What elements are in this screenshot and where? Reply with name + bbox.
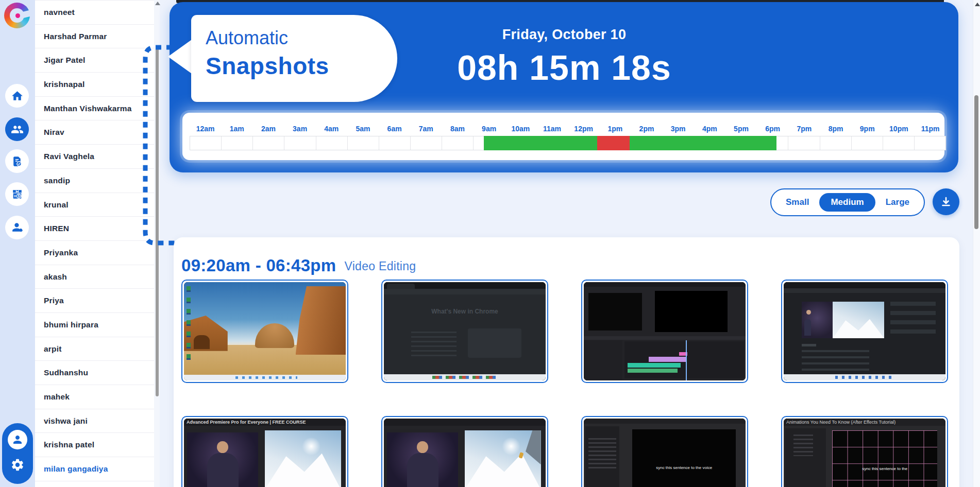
activity-segment-active bbox=[484, 136, 597, 150]
art-layer bbox=[465, 430, 541, 487]
add-user-icon[interactable] bbox=[5, 216, 29, 239]
art-layer bbox=[184, 426, 346, 429]
size-option-large[interactable]: Large bbox=[876, 193, 919, 212]
hour-label: 5am bbox=[347, 125, 379, 134]
thumbnail-art-ae-grid: Animations You Need To Know (After Effec… bbox=[784, 419, 945, 487]
thumbnail-art-premiere-timeline bbox=[584, 282, 746, 380]
art-layer bbox=[804, 319, 811, 336]
user-list-item[interactable]: Sudhanshu bbox=[35, 361, 155, 385]
icon-rail: $ bbox=[0, 0, 35, 487]
user-list-item[interactable]: bhumi hirpara bbox=[35, 313, 155, 337]
team-icon[interactable] bbox=[5, 117, 29, 141]
art-layer bbox=[833, 302, 884, 338]
size-option-small[interactable]: Small bbox=[776, 193, 818, 212]
art-layer bbox=[184, 375, 346, 380]
thumbnail-art-browser-dark: What's New in Chrome bbox=[384, 282, 546, 380]
thumbnail-art-premiere-preview-snow: Advanced Premiere Pro for Everyone | FRE… bbox=[184, 419, 346, 487]
hour-label: 12pm bbox=[568, 125, 599, 134]
art-layer bbox=[802, 350, 870, 375]
user-list-item[interactable]: Ravi Vaghela bbox=[35, 145, 155, 169]
user-list-item[interactable]: HIREN bbox=[35, 217, 155, 241]
art-layer bbox=[384, 282, 546, 380]
user-list-item[interactable]: krunal bbox=[35, 193, 155, 217]
user-list-item[interactable]: navneet bbox=[35, 1, 155, 25]
user-list-item[interactable]: sandip bbox=[35, 169, 155, 193]
user-list-item[interactable]: vishwa jani bbox=[35, 409, 155, 433]
page-scrollbar[interactable] bbox=[973, 0, 980, 487]
snapshot-thumbnail-8[interactable]: Animations You Need To Know (After Effec… bbox=[781, 416, 948, 487]
user-list-item[interactable]: Priyanka bbox=[35, 241, 155, 265]
thumbnail-art-youtube-video bbox=[784, 282, 945, 380]
art-layer bbox=[468, 328, 521, 358]
art-layer bbox=[217, 441, 228, 454]
hour-label: 11pm bbox=[915, 125, 946, 134]
snapshot-thumbnail-3[interactable] bbox=[581, 280, 748, 383]
art-layer bbox=[187, 286, 191, 363]
snapshot-thumbnail-7[interactable]: sync this sentence to the voice bbox=[581, 416, 748, 487]
hour-label: 8pm bbox=[820, 125, 851, 134]
art-layer bbox=[802, 302, 884, 338]
user-list-scrollbar-thumb[interactable] bbox=[156, 45, 159, 396]
user-list-item[interactable]: Jigar Patel bbox=[35, 48, 155, 73]
hour-label: 5pm bbox=[725, 125, 757, 134]
user-list-item[interactable]: akash bbox=[35, 265, 155, 289]
art-layer: Advanced Premiere Pro for Everyone | FRE… bbox=[184, 419, 346, 426]
user-list-item[interactable]: krishna patel bbox=[35, 433, 155, 457]
snapshot-thumbnail-2[interactable]: What's New in Chrome bbox=[381, 280, 548, 383]
badge-line2: Snapshots bbox=[206, 52, 397, 80]
user-list-item[interactable]: milan gangadiya bbox=[35, 457, 155, 481]
art-layer bbox=[588, 293, 642, 331]
art-layer bbox=[384, 289, 546, 294]
thumbnail-art-desktop-desert bbox=[184, 282, 346, 380]
user-list: navneetHarshad ParmarJigar Patelkrishnap… bbox=[35, 0, 155, 487]
thumbnail-art-ae-black-comp: sync this sentence to the voice bbox=[584, 419, 746, 487]
hour-label: 9pm bbox=[852, 125, 883, 134]
badge-line1: Automatic bbox=[206, 27, 397, 49]
art-layer bbox=[584, 340, 622, 380]
page-scrollbar-thumb[interactable] bbox=[974, 95, 978, 229]
snapshot-thumbnail-6[interactable] bbox=[381, 416, 548, 487]
products-icon[interactable]: $ bbox=[5, 182, 29, 206]
art-layer bbox=[407, 453, 438, 487]
art-layer bbox=[384, 419, 546, 426]
session-title: 09:20am - 06:43pmVideo Editing bbox=[181, 256, 416, 275]
download-button[interactable] bbox=[933, 188, 959, 215]
user-list-item[interactable]: Nirav bbox=[35, 120, 155, 145]
hour-label: 10pm bbox=[883, 125, 915, 134]
hour-label: 3pm bbox=[663, 125, 694, 134]
profile-icon[interactable] bbox=[8, 430, 27, 449]
user-list-item[interactable]: Manthan Vishwakarma bbox=[35, 97, 155, 121]
bubble-pointer bbox=[168, 40, 192, 74]
user-list-item[interactable]: Harshad Parmar bbox=[35, 25, 155, 49]
app-logo-dot bbox=[15, 13, 20, 18]
art-layer bbox=[584, 282, 746, 287]
session-time-range: 09:20am - 06:43pm bbox=[181, 256, 336, 275]
activity-segment-idle bbox=[597, 136, 630, 150]
art-layer bbox=[890, 302, 936, 337]
page-scroll-up-arrow[interactable] bbox=[975, 3, 980, 6]
home-icon[interactable] bbox=[5, 84, 29, 108]
settings-gear-icon[interactable] bbox=[8, 455, 27, 475]
snapshot-thumbnail-4[interactable] bbox=[781, 280, 948, 383]
user-list-scroll-up-arrow[interactable] bbox=[155, 2, 160, 5]
user-list-item[interactable]: arpit bbox=[35, 337, 155, 361]
art-layer bbox=[655, 291, 728, 332]
header-duration: 08h 15m 18s bbox=[392, 47, 737, 88]
hour-label: 7pm bbox=[788, 125, 820, 134]
user-list-item[interactable]: mahek bbox=[35, 385, 155, 409]
size-option-medium[interactable]: Medium bbox=[819, 193, 875, 212]
art-layer bbox=[802, 302, 833, 338]
art-layer bbox=[384, 374, 546, 380]
user-list-item[interactable]: Priya bbox=[35, 289, 155, 313]
hour-label: 1am bbox=[221, 125, 252, 134]
timeline-hour-labels: 12am1am2am3am4am5am6am7am8am9am10am11am1… bbox=[190, 125, 946, 134]
art-layer bbox=[802, 344, 816, 346]
art-layer: Animations You Need To Know (After Effec… bbox=[784, 419, 945, 426]
art-layer: What's New in Chrome bbox=[384, 308, 546, 315]
reports-icon[interactable] bbox=[5, 149, 29, 173]
snapshot-thumbnail-1[interactable] bbox=[181, 280, 348, 383]
art-layer bbox=[686, 340, 687, 380]
art-layer bbox=[784, 288, 945, 293]
snapshot-thumbnail-5[interactable]: Advanced Premiere Pro for Everyone | FRE… bbox=[181, 416, 348, 487]
user-list-item[interactable]: krishnapal bbox=[35, 73, 155, 97]
